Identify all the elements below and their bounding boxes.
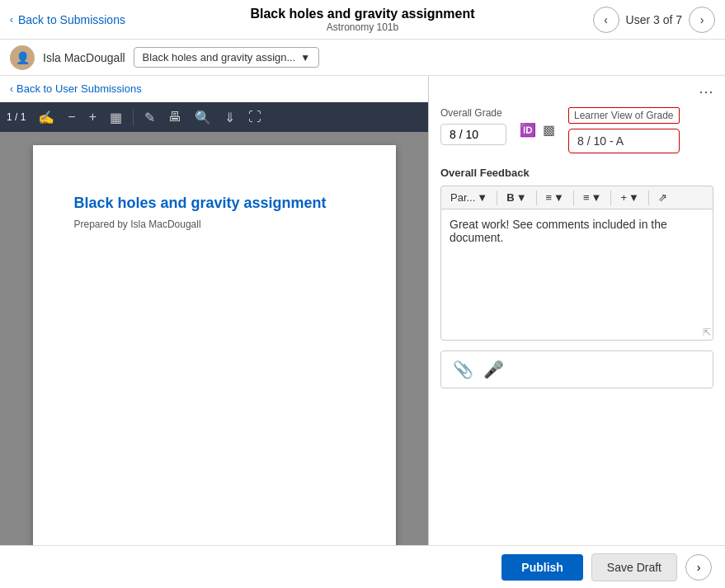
learner-grade-section: Learner View of Grade 8 / 10 - A	[568, 107, 680, 153]
right-panel-header: ⋯	[429, 76, 725, 107]
main-title: Black holes and gravity assignment	[142, 7, 583, 21]
assignment-dropdown[interactable]: Black holes and gravity assign... ▼	[134, 47, 320, 68]
separator	[573, 191, 574, 205]
page-indicator: 1 / 1	[7, 111, 26, 123]
pdf-page: Black holes and gravity assignment Prepa…	[33, 145, 396, 545]
grade-row: Overall Grade 8 / 10 🆔 ▩ Learner View of…	[440, 107, 713, 153]
overall-grade-label: Overall Grade	[440, 107, 506, 119]
back-to-user-submissions-label: Back to User Submissions	[16, 82, 142, 95]
hand-tool-button[interactable]: ✍	[34, 108, 59, 127]
learner-grade-value: 8 / 10 - A	[568, 129, 680, 153]
grade-rubric-button[interactable]: 🆔	[520, 122, 536, 138]
attach-file-button[interactable]: 📎	[453, 360, 473, 379]
chevron-down-icon: ▼	[300, 52, 310, 64]
expand-button[interactable]: ⇗	[654, 190, 671, 205]
right-panel-body: Overall Grade 8 / 10 🆔 ▩ Learner View of…	[429, 107, 725, 400]
pen-tool-button[interactable]: ✎	[140, 108, 159, 127]
bottom-next-button[interactable]: ›	[685, 554, 712, 581]
grade-stats-button[interactable]: ▩	[543, 122, 555, 138]
grade-input[interactable]: 8 / 10	[440, 124, 506, 145]
back-to-submissions-label: Back to Submissions	[18, 13, 125, 26]
chevron-down-icon: ▼	[628, 191, 639, 204]
chevron-down-icon: ▼	[553, 191, 564, 204]
bottom-bar: Publish Save Draft ›	[0, 545, 725, 588]
nav-controls: ‹ User 3 of 7 ›	[583, 7, 715, 33]
list-button[interactable]: ≡ ▼	[579, 190, 605, 205]
add-button[interactable]: + ▼	[616, 190, 643, 205]
back-to-submissions-link[interactable]: ‹ Back to Submissions	[10, 13, 142, 26]
zoom-out-button[interactable]: −	[64, 108, 79, 126]
assignment-title-block: Black holes and gravity assignment Astro…	[142, 7, 583, 33]
user-bar: 👤 Isla MacDougall Black holes and gravit…	[0, 40, 725, 76]
more-options-button[interactable]: ⋯	[699, 82, 715, 101]
prev-user-button[interactable]: ‹	[593, 7, 619, 33]
learner-view-label: Learner View of Grade	[568, 107, 680, 124]
left-panel: ‹ Back to User Submissions 1 / 1 ✍ − + ▦…	[0, 76, 429, 545]
assignment-dropdown-label: Black holes and gravity assign...	[143, 51, 296, 64]
next-user-button[interactable]: ›	[689, 7, 715, 33]
search-button[interactable]: 🔍	[191, 108, 215, 127]
download-button[interactable]: ⇓	[220, 108, 239, 127]
chevron-left-icon: ‹	[10, 14, 13, 26]
separator	[133, 109, 134, 125]
separator	[497, 191, 497, 205]
separator	[610, 191, 611, 205]
chevron-down-icon: ▼	[477, 191, 487, 204]
back-to-user-submissions-link[interactable]: ‹ Back to User Submissions	[0, 76, 428, 102]
chevron-down-icon: ▼	[516, 191, 527, 204]
user-of-label: User 3 of 7	[626, 13, 682, 26]
zoom-in-button[interactable]: +	[85, 108, 101, 126]
align-button[interactable]: ≡ ▼	[542, 190, 568, 205]
grade-section: Overall Grade 8 / 10	[440, 107, 506, 145]
publish-button[interactable]: Publish	[501, 554, 583, 581]
pdf-viewer: Black holes and gravity assignment Prepa…	[0, 132, 428, 545]
save-draft-button[interactable]: Save Draft	[591, 553, 677, 581]
pdf-page-title: Black holes and gravity assignment	[74, 195, 355, 212]
fullscreen-button[interactable]: ⛶	[244, 108, 266, 126]
paragraph-style-button[interactable]: Par... ▼	[446, 190, 492, 205]
chevron-left-icon: ‹	[10, 83, 13, 95]
print-button[interactable]: 🖶	[164, 108, 186, 126]
avatar-initial: 👤	[16, 51, 30, 64]
content-area: ‹ Back to User Submissions 1 / 1 ✍ − + ▦…	[0, 76, 725, 545]
right-panel: ⋯ Overall Grade 8 / 10 🆔 ▩ Learner View …	[429, 76, 725, 545]
attachment-area: 📎 🎤	[440, 350, 713, 388]
overall-feedback-label: Overall Feedback	[440, 167, 713, 179]
feedback-text: Great work! See comments included in the…	[450, 218, 667, 244]
grade-icons: 🆔 ▩	[520, 122, 555, 138]
two-page-button[interactable]: ▦	[106, 108, 126, 127]
user-name: Isla MacDougall	[43, 51, 125, 64]
separator	[648, 191, 649, 205]
pdf-page-subtitle: Prepared by Isla MacDougall	[74, 219, 355, 230]
chevron-down-icon: ▼	[591, 191, 602, 204]
feedback-content-area[interactable]: Great work! See comments included in the…	[440, 209, 713, 341]
grade-value: 8 / 10	[450, 128, 478, 141]
microphone-button[interactable]: 🎤	[483, 360, 504, 379]
sub-title: Astronomy 101b	[142, 21, 583, 33]
avatar: 👤	[10, 45, 35, 70]
pdf-toolbar: 1 / 1 ✍ − + ▦ ✎ 🖶 🔍 ⇓ ⛶	[0, 102, 428, 132]
resize-handle: ⇱	[703, 327, 711, 338]
top-nav: ‹ Back to Submissions Black holes and gr…	[0, 0, 725, 40]
feedback-toolbar: Par... ▼ B ▼ ≡ ▼ ≡ ▼	[440, 186, 713, 209]
separator	[536, 191, 537, 205]
bold-button[interactable]: B ▼	[502, 190, 530, 205]
